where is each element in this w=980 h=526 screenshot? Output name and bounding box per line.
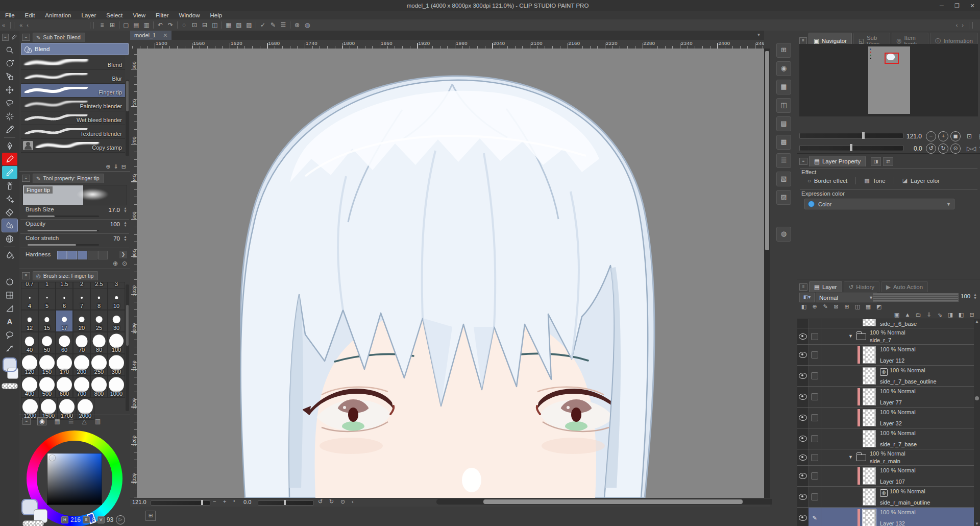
delete-layer-icon[interactable]: ⊟ <box>967 311 976 319</box>
eraser-tool-icon[interactable] <box>2 206 17 219</box>
layer-checkbox[interactable] <box>811 472 818 480</box>
menu-file[interactable]: File <box>0 11 20 19</box>
confirm-icon[interactable]: ✓ <box>258 20 268 30</box>
brush-size-cell-8[interactable]: 8 <box>90 288 108 310</box>
brush-size-cell-300[interactable]: 300 <box>108 354 125 376</box>
selection-tool-icon[interactable] <box>2 97 17 109</box>
brush-size-cell-120[interactable]: 120 <box>21 354 38 376</box>
navigator-rotate-slider[interactable] <box>799 145 903 151</box>
brush-size-cell-12[interactable]: 12 <box>21 310 38 332</box>
nav-rotate-ccw-icon[interactable]: ↺ <box>926 144 936 154</box>
brush-tool-icon[interactable] <box>2 166 17 179</box>
add-subtool-icon[interactable]: ⊕ <box>106 163 110 170</box>
decoration-tool-icon[interactable] <box>2 193 17 205</box>
layer-color-button[interactable]: ◪Layer color <box>899 176 943 185</box>
color-set-palette-icon[interactable]: ▦ <box>776 80 791 94</box>
eye-icon[interactable] <box>799 394 807 400</box>
frame-border-tool-icon[interactable] <box>2 289 17 301</box>
menu-layer[interactable]: Layer <box>77 11 102 19</box>
menu-select[interactable]: Select <box>101 11 128 19</box>
color-history-tab[interactable]: ▥ <box>95 418 101 425</box>
layer-visibility-cell[interactable] <box>797 449 809 465</box>
layer-edit-cell[interactable] <box>808 466 821 486</box>
layer-property-tab[interactable]: ▤ Layer Property <box>809 156 866 166</box>
brush-size-cell-60[interactable]: 60 <box>56 332 73 354</box>
layer-visibility-cell[interactable] <box>797 466 809 486</box>
canvas-tab[interactable]: model_1✕ <box>130 31 172 40</box>
auto-select-tool-icon[interactable] <box>2 110 17 123</box>
import-subtool-icon[interactable]: ⇓ <box>114 163 118 170</box>
layer-edit-cell[interactable] <box>808 449 821 465</box>
menu-help[interactable]: Help <box>205 11 227 19</box>
new-raster-layer-icon[interactable]: ▣ <box>892 311 901 319</box>
add-property-icon[interactable]: ⊕ <box>113 260 118 267</box>
light-table-icon[interactable]: ◍ <box>302 20 312 30</box>
collapse-right-icon[interactable]: ‹ <box>954 22 960 28</box>
collapse-left3-icon[interactable]: ‹ <box>24 22 31 28</box>
navigator-view-rectangle[interactable] <box>885 53 899 64</box>
subtool-item-textured-blender[interactable]: Textured blender <box>21 125 125 139</box>
brush-size-cell-800[interactable]: 800 <box>90 376 108 398</box>
layer-color-toggle-icon[interactable]: ◩ <box>874 303 884 310</box>
sv-cursor[interactable] <box>50 455 55 461</box>
maximize-button[interactable]: ❐ <box>949 0 965 11</box>
layer-checkbox[interactable] <box>811 372 818 379</box>
layer-checkbox[interactable] <box>811 393 818 400</box>
close-button[interactable]: ✕ <box>965 0 980 11</box>
lock-transparent-icon[interactable]: ⊞ <box>842 303 851 310</box>
blend-tool-icon[interactable] <box>2 219 17 232</box>
merge-down-icon[interactable]: ⇘ <box>935 311 944 319</box>
navigator-menu-icon[interactable]: ≡ <box>799 37 807 44</box>
layer-visibility-cell[interactable] <box>797 366 809 386</box>
eye-icon[interactable] <box>799 373 807 379</box>
layer-row-Layer 107[interactable]: 100 % NormalLayer 107 <box>797 466 974 487</box>
snap-ruler-icon[interactable]: ▦ <box>224 20 234 30</box>
canvas-viewport[interactable] <box>137 49 764 498</box>
brush-size-menu-icon[interactable]: ≡ <box>22 272 30 279</box>
saturation-value-box[interactable] <box>47 453 102 505</box>
brush-size-cell-4[interactable]: 4 <box>21 288 38 310</box>
navigator-preview[interactable] <box>799 44 978 116</box>
collapse-left-icon[interactable]: « <box>0 22 7 28</box>
layer-edit-cell[interactable] <box>808 487 821 507</box>
layer-edit-cell[interactable] <box>808 408 821 428</box>
layer-visibility-cell[interactable] <box>797 387 809 407</box>
layer-edit-cell[interactable] <box>808 428 821 449</box>
color-transparent-swatch[interactable] <box>22 520 44 526</box>
apply-mask-icon[interactable]: ◧ <box>957 311 966 319</box>
pencil-tool-icon[interactable] <box>2 153 17 165</box>
pen-pressure-palette-icon[interactable]: ▤ <box>776 116 791 131</box>
property-spinner[interactable]: ▲▼ <box>124 221 127 227</box>
menu-window[interactable]: Window <box>174 11 205 19</box>
canvas-zoom-slider[interactable] <box>151 500 210 506</box>
hardness-segment[interactable] <box>67 251 77 259</box>
brush-size-cell-1000[interactable]: 1000 <box>108 376 125 398</box>
blend-mode-select[interactable]: Normal ▼ <box>816 293 877 302</box>
pen-tool-icon[interactable] <box>2 139 17 152</box>
airbrush-tool-icon[interactable] <box>2 179 17 192</box>
brush-size-cell-7[interactable]: 7 <box>73 288 90 310</box>
property-spinner[interactable]: ▲▼ <box>124 235 127 242</box>
balloon-tool-icon[interactable] <box>2 328 17 341</box>
ellipse-tool-icon[interactable] <box>2 275 17 288</box>
color-mixing-tab[interactable]: △ <box>82 418 87 425</box>
brush-size-tab[interactable]: ◎ Brush size: Finger tip <box>33 271 98 280</box>
layer-row-side_r_main[interactable]: ▼100 % Normalside_r_main <box>797 449 974 466</box>
eye-icon[interactable] <box>799 515 807 521</box>
layer-visibility-cell[interactable] <box>797 408 809 428</box>
eye-icon[interactable] <box>799 455 807 461</box>
polyline-tool-icon[interactable] <box>2 302 17 315</box>
menu-edit[interactable]: Edit <box>20 11 40 19</box>
redo-icon[interactable]: ↷ <box>165 20 176 30</box>
nav-reset-rotate-icon[interactable]: ⊙ <box>950 144 961 154</box>
eye-icon[interactable] <box>799 436 807 442</box>
new-folder-icon[interactable]: 🗀 <box>914 311 923 319</box>
workspace-icon[interactable]: ⊞ <box>107 20 117 30</box>
tone-button[interactable]: ▩Tone <box>861 176 888 185</box>
nav-rotate-cw-icon[interactable]: ↻ <box>938 144 948 154</box>
quick-access-palette-icon[interactable]: ⊞ <box>776 43 791 58</box>
eye-icon[interactable] <box>799 473 807 479</box>
layer-row-Layer 112[interactable]: 100 % NormalLayer 112 <box>797 345 974 366</box>
layer-list-scrollbar[interactable]: ▲ ▼ <box>974 319 980 526</box>
brush-size-cell-50[interactable]: 50 <box>38 332 56 354</box>
